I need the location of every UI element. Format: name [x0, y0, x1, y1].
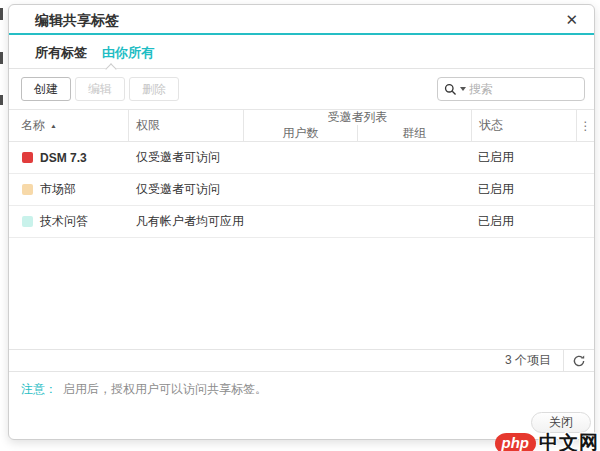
- tag-user-count: [244, 174, 358, 205]
- background-artifact: [0, 8, 3, 20]
- tag-groups: [358, 174, 471, 205]
- note-bar: 注意：启用后，授权用户可以访问共享标签。: [9, 372, 594, 398]
- close-icon[interactable]: ✕: [565, 5, 578, 35]
- php-chinese-site-watermark: php 中文网: [495, 430, 600, 451]
- column-header-invitee-list: 受邀者列表: [244, 110, 471, 125]
- create-button[interactable]: 创建: [21, 77, 71, 101]
- table-header: 名称 ▲ 权限 受邀者列表 用户数 群组 状态 ⋮: [9, 109, 594, 142]
- tag-color-swatch: [22, 152, 33, 163]
- column-header-status[interactable]: 状态: [471, 110, 576, 141]
- tag-name: 技术问答: [40, 213, 88, 230]
- table-row[interactable]: 市场部 仅受邀者可访问 已启用: [9, 174, 594, 206]
- tag-permission: 凡有帐户者均可应用: [129, 206, 244, 237]
- tag-color-swatch: [22, 216, 33, 227]
- search-input[interactable]: [469, 82, 578, 96]
- column-header-groups[interactable]: 群组: [358, 125, 471, 141]
- tab-bar: 所有标签 由你所有: [9, 37, 594, 69]
- tag-groups: [358, 206, 471, 237]
- pager-bar: 3 个项目: [9, 349, 594, 372]
- note-text: 启用后，授权用户可以访问共享标签。: [63, 382, 267, 396]
- background-artifact: [0, 95, 3, 105]
- tag-color-swatch: [22, 184, 33, 195]
- tag-permission: 仅受邀者可访问: [129, 142, 244, 173]
- tag-status: 已启用: [471, 142, 576, 173]
- delete-button[interactable]: 删除: [129, 77, 179, 101]
- tab-owned-by-you[interactable]: 由你所有: [102, 44, 154, 62]
- refresh-icon: [572, 354, 586, 368]
- background-artifact: [0, 52, 3, 64]
- tag-status: 已启用: [471, 206, 576, 237]
- tag-user-count: [244, 206, 358, 237]
- refresh-button[interactable]: [564, 350, 594, 371]
- search-box: [437, 77, 585, 101]
- edit-button[interactable]: 编辑: [75, 77, 125, 101]
- table-row[interactable]: DSM 7.3 仅受邀者可访问 已启用: [9, 142, 594, 174]
- column-header-name[interactable]: 名称 ▲: [9, 110, 129, 141]
- watermark-text: 中文网: [539, 430, 599, 451]
- column-header-permission[interactable]: 权限: [129, 110, 244, 141]
- toolbar: 创建 编辑 删除: [9, 69, 594, 109]
- tag-groups: [358, 142, 471, 173]
- tag-permission: 仅受邀者可访问: [129, 174, 244, 205]
- column-options-icon[interactable]: ⋮: [576, 110, 594, 141]
- dialog-header: 编辑共享标签 ✕: [9, 5, 594, 35]
- column-header-user-count[interactable]: 用户数: [244, 125, 358, 141]
- search-icon: [444, 83, 457, 96]
- search-scope-dropdown-icon[interactable]: [460, 87, 466, 91]
- note-label: 注意：: [21, 382, 57, 396]
- php-logo-badge: php: [495, 433, 537, 451]
- tag-name: DSM 7.3: [40, 151, 87, 165]
- item-count-label: 3 个项目: [505, 352, 551, 369]
- table-row[interactable]: 技术问答 凡有帐户者均可应用 已启用: [9, 206, 594, 238]
- tag-status: 已启用: [471, 174, 576, 205]
- dialog-title: 编辑共享标签: [35, 12, 119, 28]
- tag-user-count: [244, 142, 358, 173]
- edit-shared-tags-dialog: 编辑共享标签 ✕ 所有标签 由你所有 创建 编辑 删除 名称 ▲ 权限 受邀者列…: [8, 4, 595, 440]
- sort-ascending-icon: ▲: [50, 123, 57, 129]
- tag-name: 市场部: [40, 181, 76, 198]
- tab-all-tags[interactable]: 所有标签: [35, 44, 87, 62]
- table-body: DSM 7.3 仅受邀者可访问 已启用 市场部 仅受邀者可访问 已启用 技术问答: [9, 142, 594, 238]
